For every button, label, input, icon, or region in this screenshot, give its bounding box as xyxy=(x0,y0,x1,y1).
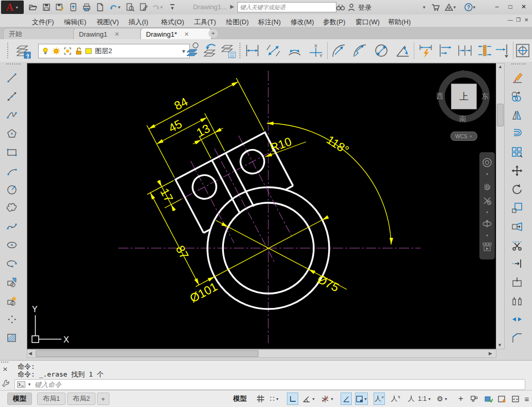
menu-dimension[interactable]: 标注(N) xyxy=(255,17,284,28)
selection-filtering-button[interactable] xyxy=(469,393,480,405)
scroll-left-arrow[interactable]: ◀ xyxy=(28,350,32,357)
model-space-toggle[interactable]: 模型 xyxy=(233,393,247,405)
dim-ordinate-button[interactable]: XY xyxy=(307,41,325,60)
polyline-tool[interactable] xyxy=(3,106,21,124)
rotate-tool[interactable] xyxy=(508,180,526,199)
viewcube-west-label[interactable]: 西 xyxy=(436,92,443,101)
close-button[interactable]: ✕ xyxy=(518,3,529,10)
offset-tool[interactable] xyxy=(508,124,526,143)
model-space-canvas[interactable]: 84 45 13 17 87 Ø101 xyxy=(27,63,496,349)
doc-restore-button[interactable]: ❐ xyxy=(516,17,521,23)
menu-tools[interactable]: 工具(T) xyxy=(191,17,219,28)
spline-tool[interactable] xyxy=(3,217,21,236)
preview-button[interactable] xyxy=(124,2,136,13)
dim-baseline-button[interactable] xyxy=(437,41,454,60)
toolbar-grip[interactable] xyxy=(239,43,242,58)
menu-parametric[interactable]: 参数(P) xyxy=(320,17,348,28)
snap-toggle[interactable]: ∷▼ xyxy=(269,393,280,405)
hatch-tool[interactable] xyxy=(3,329,21,347)
scale-tool[interactable] xyxy=(508,199,526,217)
help-dropdown[interactable]: ▼ xyxy=(472,2,477,13)
construction-line-tool[interactable] xyxy=(3,87,21,106)
arc-tool[interactable] xyxy=(3,161,21,180)
dim-continue-button[interactable] xyxy=(456,41,474,60)
viewcube-east-label[interactable]: 东 xyxy=(481,92,489,101)
dim-radius-button[interactable] xyxy=(330,41,348,60)
customize-command-button[interactable] xyxy=(2,379,10,387)
app-store-button[interactable] xyxy=(429,2,442,13)
redo-dropdown[interactable]: ▼ xyxy=(159,2,164,13)
tab-model[interactable]: 模型 xyxy=(7,393,32,405)
menu-window[interactable]: 窗口(W) xyxy=(352,17,383,28)
app-logo-button[interactable]: A ▼ xyxy=(1,1,24,14)
command-input-row[interactable]: ▼ xyxy=(14,379,525,390)
annotation-visibility-toggle[interactable]: 人° xyxy=(374,393,385,405)
tab-start[interactable]: 开始 xyxy=(3,28,76,40)
polygon-tool[interactable] xyxy=(3,124,21,143)
signin-dropdown[interactable]: ▼ xyxy=(421,2,427,13)
auto-scale-toggle[interactable]: 人↯ xyxy=(390,393,401,405)
dim-aligned-button[interactable] xyxy=(265,41,282,60)
open-button[interactable] xyxy=(27,2,39,13)
ellipse-arc-tool[interactable] xyxy=(3,254,21,273)
tab-layout2[interactable]: 布局2 xyxy=(67,393,95,405)
dim-jogged-button[interactable] xyxy=(351,41,369,60)
dim-angular-button[interactable] xyxy=(394,41,411,60)
erase-tool[interactable] xyxy=(508,69,526,87)
command-grip[interactable] xyxy=(1,362,8,366)
search-input[interactable] xyxy=(237,2,336,12)
center-mark-button[interactable] xyxy=(515,41,530,60)
menu-insert[interactable]: 插入(I) xyxy=(125,17,151,28)
annotation-scale-dropdown[interactable]: 1:1▼ xyxy=(418,393,431,405)
hardware-acceleration-button[interactable] xyxy=(483,393,494,405)
minimize-button[interactable]: – xyxy=(491,3,503,10)
menu-edit[interactable]: 编辑(E) xyxy=(61,17,89,28)
plot-button[interactable] xyxy=(80,2,93,13)
dim-diameter-button[interactable] xyxy=(373,41,390,60)
revision-cloud-tool[interactable] xyxy=(3,199,21,217)
annotation-scale-icon-button[interactable]: 人 xyxy=(406,393,417,405)
horizontal-scroll-thumb[interactable] xyxy=(36,350,259,357)
make-object-layer-current-button[interactable] xyxy=(185,41,202,60)
close-icon[interactable]: ✕ xyxy=(3,366,8,373)
menu-draw[interactable]: 绘图(D) xyxy=(223,17,252,28)
trim-tool[interactable] xyxy=(508,236,526,254)
ellipse-tool[interactable] xyxy=(3,236,21,254)
undo-dropdown[interactable]: ▼ xyxy=(117,2,122,13)
save-to-mobile-button[interactable] xyxy=(67,2,79,13)
object-snap-toggle[interactable]: ▼ xyxy=(355,393,368,405)
create-block-tool[interactable] xyxy=(3,291,21,310)
copy-tool[interactable] xyxy=(508,87,526,106)
object-snap-tracking-toggle[interactable] xyxy=(341,393,352,405)
wcs-dropdown[interactable]: WCS▼ xyxy=(450,132,477,141)
stretch-tool[interactable] xyxy=(508,217,526,236)
new-drawing-button[interactable] xyxy=(94,2,106,13)
extend-tool[interactable] xyxy=(508,254,526,273)
layer-dropdown[interactable]: 图层2 ▼ xyxy=(38,44,190,58)
toolbar-grip[interactable] xyxy=(7,43,10,58)
new-layout-button[interactable]: + xyxy=(97,393,109,405)
array-tool[interactable] xyxy=(508,143,526,161)
viewcube-top-face[interactable]: 上 xyxy=(451,84,477,109)
menu-modify[interactable]: 修改(M) xyxy=(287,17,317,28)
scroll-up-arrow[interactable]: ▲ xyxy=(496,63,504,70)
annotation-monitor-button[interactable]: + xyxy=(455,393,466,405)
layer-states-button[interactable] xyxy=(220,41,237,60)
maximize-button[interactable]: □ xyxy=(505,3,516,10)
vertical-scroll-thumb[interactable] xyxy=(497,104,504,126)
insert-block-tool[interactable] xyxy=(3,273,21,291)
tab-drawing1[interactable]: Drawing1✕ xyxy=(73,28,142,40)
ucs-icon[interactable]: Y X xyxy=(32,305,69,344)
command-input[interactable] xyxy=(34,380,523,389)
menu-file[interactable]: 文件(F) xyxy=(29,17,57,28)
menu-view[interactable]: 视图(V) xyxy=(93,17,122,28)
toolbar-grip[interactable] xyxy=(511,63,526,69)
isolate-objects-button[interactable] xyxy=(496,393,508,405)
search-button[interactable] xyxy=(334,2,347,13)
navigation-bar[interactable]: ▼ ▼ ▼ xyxy=(479,152,495,259)
close-icon[interactable]: ✕ xyxy=(115,31,119,38)
grid-toggle[interactable] xyxy=(255,393,266,405)
dim-break-button[interactable] xyxy=(494,41,511,60)
chamfer-tool[interactable] xyxy=(508,329,526,347)
layer-previous-button[interactable] xyxy=(202,41,220,60)
